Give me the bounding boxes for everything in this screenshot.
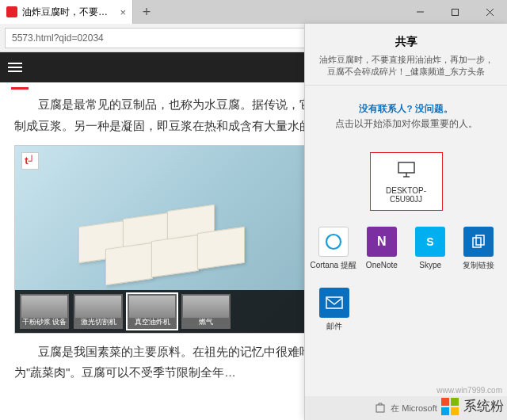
share-apps: Cortana 提醒 N OneNote S Skype 复制链接 xyxy=(305,211,507,283)
svg-rect-20 xyxy=(326,297,342,308)
tofu-illustration xyxy=(78,200,253,287)
url-text: 5573.html?qid=02034 xyxy=(12,32,104,44)
watermark: 系统粉 xyxy=(441,397,504,415)
share-device[interactable]: DESKTOP-C5U90JJ xyxy=(370,152,443,211)
svg-point-15 xyxy=(326,235,341,249)
maximize-button[interactable] xyxy=(437,0,472,24)
skype-icon: S xyxy=(415,227,445,257)
new-tab-button[interactable]: + xyxy=(133,0,160,24)
app-onenote[interactable]: N OneNote xyxy=(358,227,405,280)
hamburger-icon[interactable] xyxy=(8,63,22,72)
svg-rect-1 xyxy=(452,9,458,15)
close-window-button[interactable] xyxy=(472,0,507,24)
no-contacts-sub: 点击以开始添加对你最重要的人。 xyxy=(318,118,494,130)
copylink-icon xyxy=(463,227,494,257)
share-title: 共享 xyxy=(316,35,496,49)
store-icon xyxy=(375,402,386,414)
app-copy-link[interactable]: 复制链接 xyxy=(456,227,502,280)
app-mail[interactable]: 邮件 xyxy=(310,288,359,341)
thumbnail[interactable]: 激光切割机 xyxy=(74,294,123,329)
thumbnail[interactable]: 真空油炸机 xyxy=(128,294,177,329)
svg-rect-12 xyxy=(398,162,414,173)
svg-rect-21 xyxy=(376,405,384,412)
windows-logo-icon xyxy=(441,398,459,415)
watermark-url: www.win7999.com xyxy=(436,386,502,395)
svg-rect-18 xyxy=(473,238,481,247)
minimize-button[interactable] xyxy=(402,0,437,24)
svg-text:S: S xyxy=(426,235,433,248)
share-panel: 共享 油炸豆腐时，不要直接用油油炸，再加一步，豆腐不会碎成碎片！_健康频道_东方… xyxy=(304,24,507,420)
share-apps-row2: 邮件 xyxy=(305,283,507,346)
cortana-icon xyxy=(318,227,349,257)
onenote-icon: N xyxy=(367,227,397,257)
share-header: 共享 油炸豆腐时，不要直接用油油炸，再加一步，豆腐不会碎成碎片！_健康频道_东方… xyxy=(305,24,507,86)
browser-tab[interactable]: 油炸豆腐时，不要直接 × xyxy=(0,0,133,24)
share-subtitle: 油炸豆腐时，不要直接用油油炸，再加一步，豆腐不会碎成碎片！_健康频道_东方头条 xyxy=(316,54,496,78)
tab-title: 油炸豆腐时，不要直接 xyxy=(22,6,115,19)
mail-icon xyxy=(319,288,349,318)
favicon xyxy=(6,6,17,17)
tab-bar: 油炸豆腐时，不要直接 × + xyxy=(0,0,507,24)
thumbnail[interactable]: 燃气 xyxy=(181,294,231,329)
svg-rect-19 xyxy=(476,235,484,245)
thumbnail[interactable]: 干粉砂浆 设备 xyxy=(20,294,69,329)
no-contacts-title: 没有联系人? 没问题。 xyxy=(318,103,494,115)
window-controls xyxy=(402,0,507,24)
close-icon[interactable]: × xyxy=(120,6,126,18)
app-cortana[interactable]: Cortana 提醒 xyxy=(310,227,356,280)
device-name: DESKTOP-C5U90JJ xyxy=(374,186,439,204)
copy-badge-icon[interactable]: t┘ xyxy=(21,152,39,170)
monitor-icon xyxy=(374,161,439,183)
watermark-text: 系统粉 xyxy=(463,397,504,415)
app-skype[interactable]: S Skype xyxy=(407,227,454,280)
share-contacts: 没有联系人? 没问题。 点击以开始添加对你最重要的人。 xyxy=(305,86,507,147)
